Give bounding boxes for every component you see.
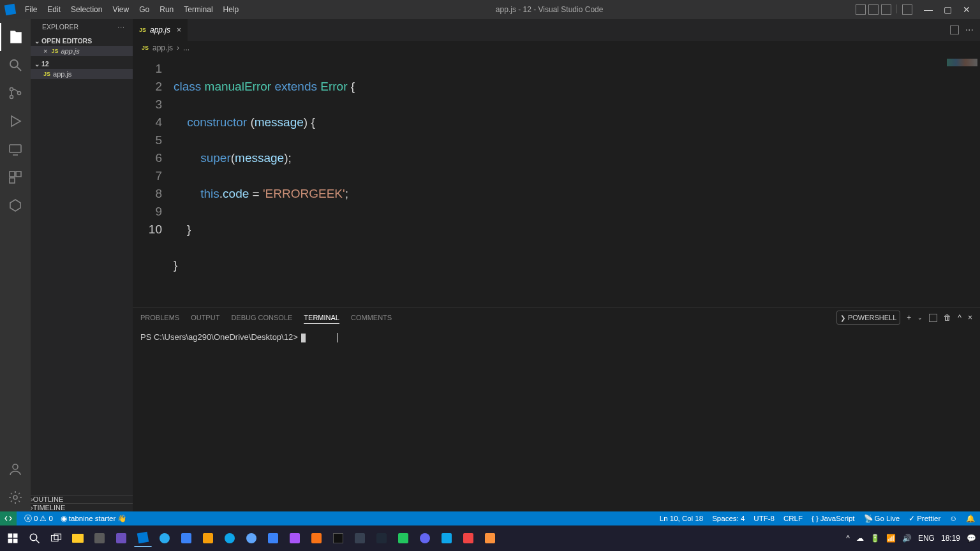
status-tabnine[interactable]: ◉ tabnine starter 👋 [61,514,127,523]
split-terminal-icon[interactable] [929,314,937,322]
tray-battery-icon[interactable]: 🔋 [870,534,880,543]
open-editors-section[interactable]: ⌄OPEN EDITORS [31,36,133,46]
taskbar-app-icon[interactable] [112,529,130,547]
split-editor-icon[interactable] [950,26,959,34]
tray-volume-icon[interactable]: 🔊 [902,534,912,543]
panel-tab-comments[interactable]: COMMENTS [351,312,392,323]
status-go-live[interactable]: 📡 Go Live [864,514,900,523]
toggle-secondary-sidebar-icon[interactable] [881,4,891,15]
accounts-icon[interactable] [0,455,31,483]
status-eol[interactable]: CRLF [783,515,803,522]
terminal-dropdown-icon[interactable]: ⌄ [917,312,923,323]
panel-tab-output[interactable]: OUTPUT [191,312,219,323]
explorer-icon[interactable] [0,23,31,51]
taskbar-cmd-icon[interactable] [329,529,347,547]
taskbar-brave-icon[interactable] [308,529,325,547]
taskbar-app-icon[interactable] [351,529,369,547]
menu-view[interactable]: View [108,3,133,17]
panel-tab-terminal[interactable]: TERMINAL [304,312,339,324]
folder-section[interactable]: ⌄12 [31,59,133,69]
close-panel-icon[interactable]: × [968,311,972,324]
maximize-panel-icon[interactable]: ^ [958,311,961,324]
tray-clock[interactable]: 18:19 [941,534,960,543]
customize-layout-icon[interactable] [902,4,912,15]
panel-tabs: PROBLEMS OUTPUT DEBUG CONSOLE TERMINAL C… [133,308,980,327]
status-cursor-position[interactable]: Ln 10, Col 18 [660,515,703,522]
tray-wifi-icon[interactable]: 📶 [886,534,896,543]
taskbar-app-icon[interactable] [264,529,282,547]
menu-edit[interactable]: Edit [43,3,65,17]
taskbar-app-icon[interactable] [459,529,477,547]
svg-rect-8 [16,172,21,177]
menu-go[interactable]: Go [135,3,154,17]
search-icon[interactable] [0,51,31,79]
close-icon[interactable]: × [43,47,47,55]
tray-language[interactable]: ENG [918,534,935,543]
taskbar-app-icon[interactable] [242,529,260,547]
extensions-icon[interactable] [0,163,31,191]
taskbar-todo-icon[interactable] [177,529,195,547]
menu-terminal[interactable]: Terminal [179,3,217,17]
taskbar-vscode-icon[interactable] [134,529,152,547]
panel-tab-problems[interactable]: PROBLEMS [140,312,179,323]
tray-notifications-icon[interactable]: 💬 [967,534,976,543]
taskbar-store-icon[interactable] [91,529,108,547]
status-indentation[interactable]: Spaces: 4 [712,515,745,522]
menu-run[interactable]: Run [155,3,178,17]
file-tree-item[interactable]: JS app.js [31,69,133,79]
close-tab-icon[interactable]: × [177,26,181,34]
status-language-mode[interactable]: { } JavaScript [812,515,855,522]
tray-onedrive-icon[interactable]: ☁ [856,534,864,543]
run-debug-icon[interactable] [0,107,31,135]
more-actions-icon[interactable]: ··· [965,24,974,36]
source-control-icon[interactable] [0,79,31,107]
taskbar-app-icon[interactable] [199,529,217,547]
timeline-section[interactable]: ›TIMELINE [31,503,133,511]
status-bar: ⓧ 0 ⚠ 0 ◉ tabnine starter 👋 Ln 10, Col 1… [0,511,980,525]
toggle-primary-sidebar-icon[interactable] [856,4,866,15]
taskbar-edge-icon[interactable] [221,529,239,547]
kill-terminal-icon[interactable]: 🗑 [944,311,951,324]
maximize-button[interactable]: ▢ [939,3,956,16]
status-problems[interactable]: ⓧ 0 ⚠ 0 [24,514,53,524]
explorer-more-icon[interactable]: ··· [117,23,125,31]
taskbar-discord-icon[interactable] [416,529,434,547]
code-editor[interactable]: class manualError extends Error { constr… [174,55,929,307]
taskbar-telegram-icon[interactable] [156,529,174,547]
taskbar-app-icon[interactable] [394,529,412,547]
terminal-body[interactable]: PS C:\Users\ag290\OneDrive\Desktop\12> [133,327,980,511]
editor-tab[interactable]: JS app.js × [133,19,188,41]
minimap[interactable] [929,55,980,307]
open-editor-item[interactable]: × JS app.js [31,46,133,56]
terminal-shell-label[interactable]: ❯powershell [836,311,900,325]
taskbar-app-icon[interactable] [438,529,456,547]
status-encoding[interactable]: UTF-8 [754,515,775,522]
new-terminal-icon[interactable]: + [907,311,911,324]
breadcrumb[interactable]: JS app.js › ... [133,41,980,55]
settings-gear-icon[interactable] [0,483,31,511]
minimize-button[interactable]: — [920,3,937,16]
docker-icon[interactable] [0,191,31,219]
panel-tab-debug-console[interactable]: DEBUG CONSOLE [231,312,292,323]
menu-help[interactable]: Help [219,3,244,17]
menu-selection[interactable]: Selection [66,3,107,17]
outline-section[interactable]: ›OUTLINE [31,495,133,503]
taskbar-app-icon[interactable] [373,529,390,547]
status-feedback-icon[interactable]: ☺ [949,515,957,522]
taskbar-file-explorer-icon[interactable] [69,529,87,547]
open-editor-filename: app.js [61,47,79,55]
svg-rect-9 [10,178,15,183]
tray-overflow-icon[interactable]: ^ [846,534,850,543]
task-view-icon[interactable] [47,529,65,547]
toggle-panel-icon[interactable] [868,4,879,15]
start-button[interactable] [4,529,22,547]
remote-indicator[interactable] [0,511,17,525]
menu-file[interactable]: File [20,3,41,17]
taskbar-search-icon[interactable] [26,529,43,547]
status-bell-icon[interactable]: 🔔 [966,514,975,523]
status-prettier[interactable]: ✓ Prettier [909,514,940,523]
remote-explorer-icon[interactable] [0,135,31,163]
close-button[interactable]: ✕ [958,3,975,16]
taskbar-visualstudio-icon[interactable] [286,529,304,547]
taskbar-app-icon[interactable] [481,529,499,547]
